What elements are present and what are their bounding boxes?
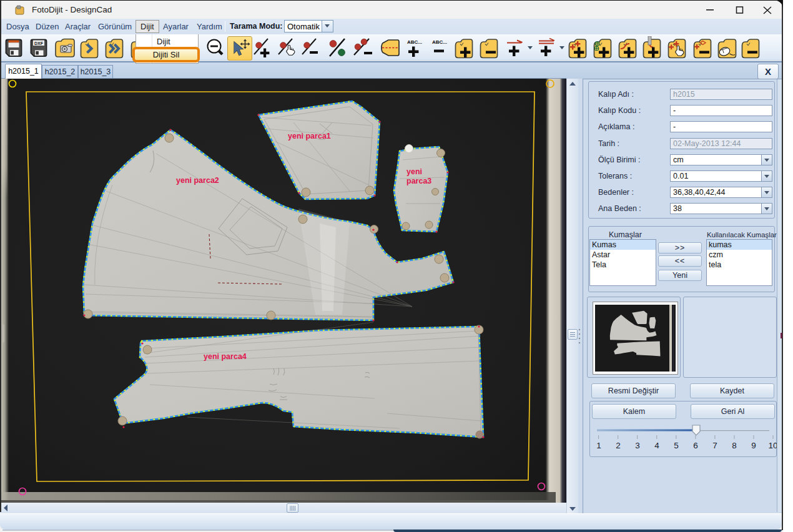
svg-text:yeni parca4: yeni parca4 xyxy=(204,352,247,361)
svg-text:ABC...: ABC... xyxy=(407,39,422,45)
svg-text:1: 1 xyxy=(596,441,601,450)
svg-text:3: 3 xyxy=(635,441,640,450)
svg-text:2: 2 xyxy=(616,441,621,450)
svg-text:7: 7 xyxy=(712,441,717,450)
svg-text:yeni parca1: yeni parca1 xyxy=(288,132,331,140)
svg-text:5: 5 xyxy=(674,441,679,450)
svg-text:ABC...: ABC... xyxy=(432,39,447,45)
svg-text:yeni: yeni xyxy=(406,167,422,176)
svg-text:9: 9 xyxy=(751,441,756,450)
svg-text:DXF: DXF xyxy=(34,41,44,46)
svg-text:yeni parca2: yeni parca2 xyxy=(176,176,219,185)
svg-text:parca3: parca3 xyxy=(406,177,431,185)
svg-text:8: 8 xyxy=(732,441,737,450)
svg-text:4: 4 xyxy=(654,441,659,450)
svg-text:6: 6 xyxy=(693,441,698,450)
